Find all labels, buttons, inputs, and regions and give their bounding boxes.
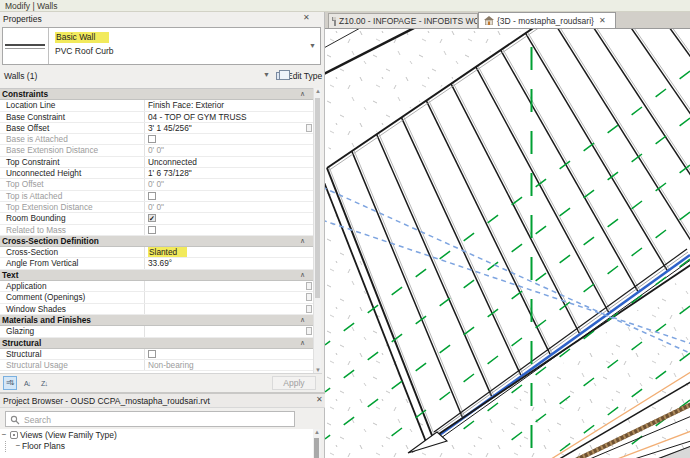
collapse-icon[interactable]: ∧ xyxy=(300,339,305,347)
property-label: Top Offset xyxy=(0,179,145,189)
property-value[interactable] xyxy=(145,281,313,291)
sheet-icon xyxy=(334,17,336,26)
properties-scrollbar[interactable]: ▲ ▼ xyxy=(313,88,321,373)
property-value[interactable]: 0' 0" xyxy=(145,145,313,155)
property-label: Application xyxy=(0,281,145,291)
property-label: Angle From Vertical xyxy=(0,258,145,268)
property-value[interactable]: Non-bearing xyxy=(145,360,313,370)
browser-scrollbar[interactable]: ▲ xyxy=(313,429,321,458)
property-row: Top is Attached xyxy=(0,191,313,202)
chevron-down-icon[interactable]: ▼ xyxy=(309,42,316,49)
property-row: Cross-SectionSlanted xyxy=(0,247,313,258)
property-value[interactable] xyxy=(145,326,313,336)
sort-ascending-icon[interactable]: A↓ xyxy=(20,376,34,390)
property-value[interactable] xyxy=(145,292,313,302)
search-input[interactable]: Search xyxy=(5,411,295,427)
section-header[interactable]: Structural∧ xyxy=(0,338,313,349)
property-value[interactable]: 0' 0" xyxy=(145,202,313,212)
scrollbar-thumb[interactable] xyxy=(315,98,320,298)
left-dock-panel: Properties ✕ Basic Wall PVC Roof Curb ▼ … xyxy=(0,12,325,458)
tree-item-floor-plans[interactable]: −Floor Plans xyxy=(0,441,313,453)
edit-type-button[interactable]: Edit Type xyxy=(276,69,322,82)
section-label: Structural xyxy=(0,338,41,348)
close-icon[interactable]: ✕ xyxy=(599,16,606,25)
property-value[interactable]: 33.69° xyxy=(145,258,313,268)
checkbox-checked[interactable]: ✓ xyxy=(148,214,156,222)
tree-item-label: Floor Plans xyxy=(22,441,65,451)
associate-parameter-button[interactable] xyxy=(306,327,312,335)
property-value[interactable] xyxy=(145,349,313,359)
close-icon[interactable]: ✕ xyxy=(316,396,323,404)
selection-filter-row: Walls (1) ▼ Edit Type xyxy=(0,68,324,83)
expander-minus-icon[interactable]: − xyxy=(14,442,22,450)
property-value-text: Unconnected xyxy=(148,157,197,167)
ribbon-context-bar: Modify | Walls xyxy=(0,0,690,12)
selection-count[interactable]: Walls (1) xyxy=(4,71,37,81)
section-header[interactable]: Text∧ xyxy=(0,270,313,281)
property-value[interactable] xyxy=(145,304,313,314)
property-value[interactable] xyxy=(145,191,313,201)
collapse-icon[interactable]: ∧ xyxy=(300,90,305,98)
property-value-text: Slanted xyxy=(148,247,187,257)
property-row: Related to Mass xyxy=(0,225,313,236)
property-label: Glazing xyxy=(0,326,145,336)
property-label: Room Bounding xyxy=(0,213,145,223)
property-label: Window Shades xyxy=(0,304,145,314)
associate-parameter-button[interactable] xyxy=(306,293,312,301)
checkbox-unchecked[interactable] xyxy=(148,350,156,358)
section-header[interactable]: Constraints∧ xyxy=(0,89,313,100)
property-value[interactable]: 3' 1 45/256" xyxy=(145,123,313,133)
property-label: Base Offset xyxy=(0,123,145,133)
checkbox-unchecked[interactable] xyxy=(148,192,156,200)
apply-button[interactable]: Apply xyxy=(272,376,316,390)
property-label: Structural Usage xyxy=(0,360,145,370)
property-value-text: 0' 0" xyxy=(148,202,164,212)
property-value[interactable]: 0' 0" xyxy=(145,179,313,189)
associate-parameter-button[interactable] xyxy=(306,305,312,313)
type-selector[interactable]: Basic Wall PVC Roof Curb ▼ xyxy=(2,27,321,65)
property-value[interactable]: ✓ xyxy=(145,213,313,223)
view-tab-infopage[interactable]: Z10.00 - INFOPAGE - INFOBITS WO... xyxy=(328,13,478,28)
sort-descending-icon[interactable]: Z↓ xyxy=(37,376,51,390)
checkbox-unchecked[interactable] xyxy=(148,226,156,234)
property-row: Structural UsageNon-bearing xyxy=(0,360,313,371)
property-value-text: 04 - TOP OF GYM TRUSS xyxy=(148,112,247,122)
group-parameters-icon[interactable]: ≡⇅ xyxy=(3,376,17,390)
property-value[interactable]: 04 - TOP OF GYM TRUSS xyxy=(145,112,313,122)
property-value[interactable]: Unconnected xyxy=(145,157,313,167)
view-tab-3d[interactable]: {3D - mostapha_roudsari} ✕ xyxy=(478,12,616,28)
revit-window: Modify | Walls Properties ✕ Basic Wall P… xyxy=(0,0,690,458)
section-label: Constraints xyxy=(0,89,48,99)
associate-parameter-button[interactable] xyxy=(306,124,312,132)
section-header[interactable]: Materials and Finishes∧ xyxy=(0,315,313,326)
3d-view-drawing[interactable] xyxy=(325,28,690,458)
tree-item-views-view-family-type[interactable]: −Views (View Family Type) xyxy=(0,429,313,441)
section-label: Materials and Finishes xyxy=(0,315,91,325)
property-value[interactable]: Finish Face: Exterior xyxy=(145,100,313,110)
section-header[interactable]: Cross-Section Definition∧ xyxy=(0,236,313,247)
scroll-up-icon[interactable]: ▲ xyxy=(314,429,320,435)
expander-minus-icon[interactable]: − xyxy=(0,431,8,439)
property-value-text: 0' 0" xyxy=(148,179,164,189)
property-value-text: 3' 1 45/256" xyxy=(148,123,192,133)
property-row: Angle From Vertical33.69° xyxy=(0,258,313,269)
associate-parameter-button[interactable] xyxy=(306,282,312,290)
collapse-icon[interactable]: ∧ xyxy=(300,271,305,279)
collapse-icon[interactable]: ∧ xyxy=(300,316,305,324)
property-label: Base is Attached xyxy=(0,134,145,144)
property-label: Structural xyxy=(0,349,145,359)
scroll-up-icon[interactable]: ▲ xyxy=(315,88,321,94)
property-value[interactable]: Slanted xyxy=(145,247,313,257)
close-icon[interactable]: ✕ xyxy=(303,14,310,22)
scrollbar-thumb[interactable] xyxy=(314,438,319,458)
context-title: Modify | Walls xyxy=(5,1,57,11)
property-value[interactable] xyxy=(145,134,313,144)
checkbox-unchecked[interactable] xyxy=(148,135,156,143)
property-value[interactable]: 1' 6 73/128" xyxy=(145,168,313,178)
property-value[interactable] xyxy=(145,225,313,235)
property-row: Application xyxy=(0,281,313,292)
collapse-icon[interactable]: ∧ xyxy=(300,237,305,245)
property-row: Window Shades xyxy=(0,304,313,315)
chevron-down-icon[interactable]: ▼ xyxy=(263,71,270,78)
property-row: Top Extension Distance0' 0" xyxy=(0,202,313,213)
